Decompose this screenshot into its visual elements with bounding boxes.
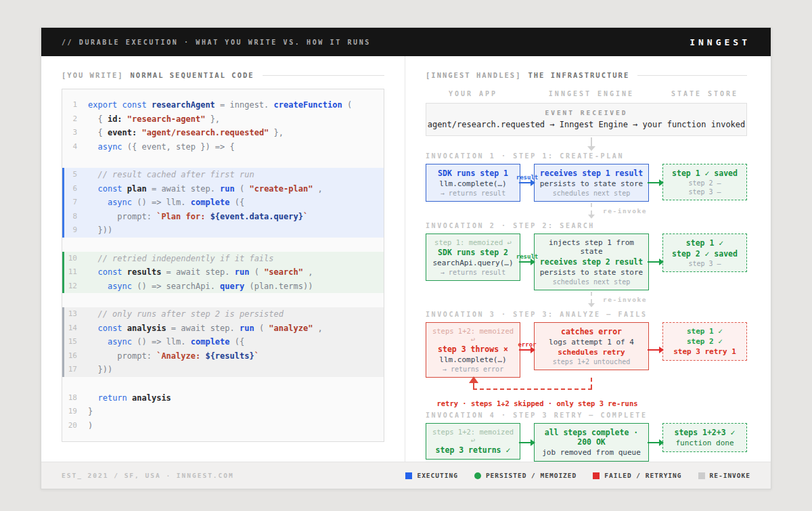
code-token: , [303, 267, 313, 277]
invocation-row: steps 1+2: memoized ↩step 3 throws ×llm.… [426, 322, 747, 378]
box-line: steps 1+2: memoized ↩ [428, 327, 518, 343]
code-token: ` [303, 212, 308, 221]
line-number: 3 [62, 126, 88, 140]
box-line: → returns result [441, 269, 505, 276]
box-line: step 2 ✓ saved [672, 249, 738, 259]
box-line: SDK runs step 1 [438, 169, 508, 178]
code-token: })) [88, 225, 112, 235]
code-text: prompt: `Plan for: ${event.data.query}` [88, 210, 308, 224]
column-state-store: STATE STORE [662, 90, 747, 97]
app-box: SDK runs step 1llm.complete(…)→ returns … [426, 164, 520, 202]
box-line: persists to state store [540, 179, 643, 188]
code-token: ({ event, step }) => { [122, 142, 235, 152]
code-token: ( [254, 324, 269, 333]
code-token: createFunction [269, 100, 342, 110]
code-line: 1export const researchAgent = inngest. c… [62, 98, 384, 112]
code-gap [62, 293, 384, 307]
code-token [88, 282, 108, 291]
box-line: → returns result [441, 190, 505, 197]
box-line: step 1 ✓ saved [672, 169, 738, 178]
code-text: // result cached after first run [88, 168, 254, 182]
code-line: 15 async () => llm. complete ({ [62, 335, 384, 349]
up-arrow-icon [469, 376, 478, 383]
code-token: }, [269, 128, 284, 137]
code-token: , [313, 184, 322, 194]
code-text: export const researchAgent = inngest. cr… [88, 98, 352, 112]
column-your-app: YOUR APP [426, 90, 520, 97]
code-token [88, 337, 108, 347]
code-token: = inngest. [215, 100, 269, 110]
down-arrow-icon [587, 146, 595, 151]
arrowhead-icon [659, 347, 664, 353]
line-number: 12 [62, 280, 88, 294]
left-section-title: NORMAL SEQUENTIAL CODE [131, 71, 254, 79]
code-text: // only runs after step 2 is persisted [88, 307, 284, 321]
code-token: ${event.data.query} [210, 212, 303, 221]
code-token: = await step. [161, 267, 229, 277]
box-line: steps 1+2: memoized ↩ [428, 428, 518, 444]
code-line: 9 })) [62, 223, 384, 238]
code-token [122, 184, 127, 194]
line-number: 14 [62, 321, 88, 336]
header-title: // DURABLE EXECUTION · WHAT YOU WRITE VS… [62, 39, 371, 46]
arrowhead-icon [659, 259, 664, 265]
code-token: async [108, 198, 132, 207]
code-token: "analyze" [269, 324, 313, 333]
app-box: steps 1+2: memoized ↩step 3 throws ×llm.… [426, 322, 520, 378]
code-token: researchAgent [152, 100, 215, 110]
code-token: } [88, 407, 93, 416]
line-number: 19 [62, 405, 88, 419]
code-token [88, 198, 108, 207]
box-line: step 1: memoized ↩ [434, 238, 512, 246]
invocation-label: INVOCATION 4 · STEP 3 RETRY — COMPLETE [426, 412, 747, 419]
code-token: ) [88, 421, 93, 430]
content-area: [YOU WRITE] NORMAL SEQUENTIAL CODE 1expo… [41, 56, 771, 462]
code-token: // only runs after step 2 is persisted [88, 309, 284, 319]
retry-connector [426, 378, 747, 399]
arrow-label: result [516, 174, 539, 181]
engine-box: receives step 1 resultpersists to state … [534, 164, 649, 202]
code-token: prompt: [88, 351, 156, 361]
code-line: 16 prompt: `Analyze: ${results}` [62, 349, 384, 363]
code-token: run [215, 184, 235, 194]
line-number: 20 [62, 419, 88, 433]
invocation-row: step 1: memoized ↩SDK runs step 2searchA… [426, 234, 747, 290]
inngest-brand-logo: INNGEST [690, 37, 750, 47]
code-line: 6 const plan = await step. run ( "create… [62, 182, 384, 196]
code-token [127, 393, 132, 403]
code-token: analysis [132, 393, 171, 403]
box-line: step 1 ✓ [686, 238, 723, 248]
arrowhead-icon [659, 439, 664, 446]
reinvoke-connector: re-invoke [426, 290, 747, 311]
code-token: ({ [230, 198, 245, 207]
box-line: → returns error [443, 365, 503, 373]
legend-label: FAILED / RETRYING [604, 472, 681, 479]
code-text: // retried independently if it fails [88, 252, 274, 266]
code-token: return [97, 393, 127, 403]
line-number: 11 [62, 265, 88, 280]
code-gap [62, 377, 384, 391]
box-line: receives step 1 result [540, 169, 643, 178]
legend-label: EXECUTING [417, 472, 457, 479]
invocation-label: INVOCATION 2 · STEP 2: SEARCH [426, 222, 747, 229]
code-editor-panel: 1export const researchAgent = inngest. c… [62, 89, 384, 442]
top-header-bar: // DURABLE EXECUTION · WHAT YOU WRITE VS… [41, 28, 771, 56]
executing-swatch [405, 472, 412, 479]
code-token: plan [127, 184, 147, 194]
reinvoke-swatch [698, 472, 705, 479]
line-number: 9 [62, 223, 88, 238]
code-token: () => searchApi. [132, 282, 215, 291]
code-token: `Analyze: [156, 351, 205, 361]
code-token: `Plan for: [156, 212, 210, 221]
box-line: schedules retry [558, 348, 625, 357]
event-down-arrow [426, 136, 747, 152]
code-gap [62, 238, 384, 252]
app-box: steps 1+2: memoized ↩step 3 returns ✓ [426, 423, 520, 460]
column-headers: YOUR APP INNGEST ENGINE STATE STORE [426, 90, 747, 97]
box-line: schedules next step [553, 190, 630, 197]
code-line: 7 async () => llm. complete ({ [62, 196, 384, 210]
app-box: step 1: memoized ↩SDK runs step 2searchA… [426, 234, 520, 281]
code-text: ) [88, 419, 93, 433]
line-number: 15 [62, 335, 88, 349]
code-token: , [313, 324, 322, 333]
